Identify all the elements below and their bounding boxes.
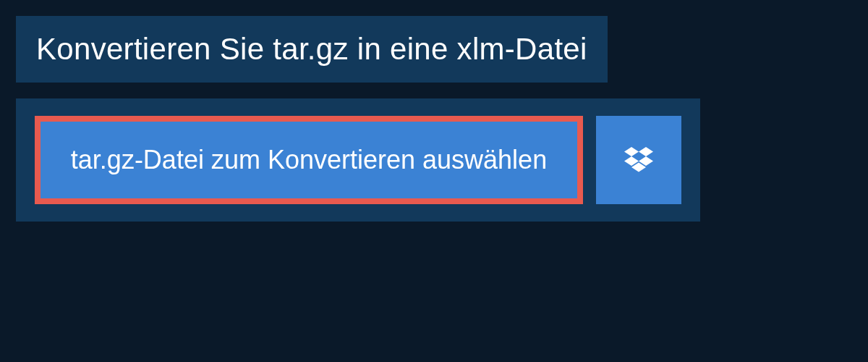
select-file-button[interactable]: tar.gz-Datei zum Konvertieren auswählen [35,116,583,204]
page-title: Konvertieren Sie tar.gz in eine xlm-Date… [36,32,587,67]
dropbox-icon [624,147,653,173]
upload-area: tar.gz-Datei zum Konvertieren auswählen [16,98,700,222]
dropbox-button[interactable] [596,116,681,204]
select-file-label: tar.gz-Datei zum Konvertieren auswählen [71,145,547,175]
converter-panel: Konvertieren Sie tar.gz in eine xlm-Date… [0,0,868,237]
page-title-box: Konvertieren Sie tar.gz in eine xlm-Date… [16,16,608,83]
